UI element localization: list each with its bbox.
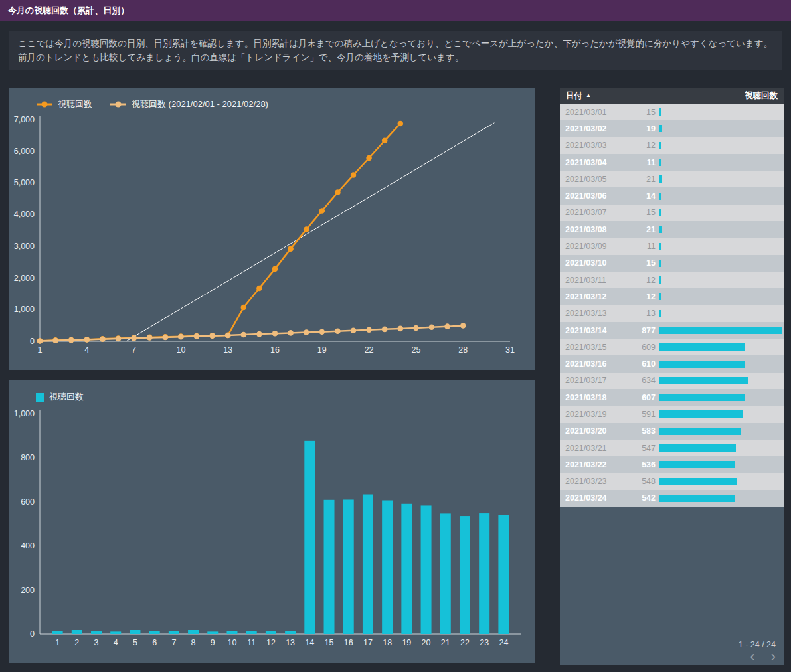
table-row[interactable]: 2021/03/20583 (560, 423, 784, 440)
table-row[interactable]: 2021/03/23548 (560, 473, 784, 490)
row-bar-track (659, 423, 784, 440)
row-value: 609 (626, 343, 656, 352)
bar (72, 630, 82, 634)
bar (149, 631, 160, 634)
row-value: 14 (626, 191, 656, 201)
row-bar (659, 461, 735, 468)
bar (324, 500, 335, 634)
table-row[interactable]: 2021/03/1112 (560, 272, 784, 288)
data-point (366, 155, 372, 161)
x-axis-labels: 1471013161922252831 (38, 345, 515, 355)
table-row[interactable]: 2021/03/1015 (560, 255, 784, 272)
data-point (241, 332, 247, 338)
svg-text:8: 8 (191, 638, 196, 647)
svg-text:7: 7 (171, 638, 176, 647)
table-row[interactable]: 2021/03/0715 (560, 205, 784, 221)
row-bar-track (659, 255, 784, 272)
trendline (126, 123, 495, 341)
table-row[interactable]: 2021/03/1212 (560, 288, 784, 305)
table-body: 2021/03/01152021/03/02192021/03/03122021… (560, 104, 784, 507)
table-row[interactable]: 2021/03/0411 (560, 154, 784, 171)
data-point (382, 138, 388, 144)
data-point (398, 121, 404, 127)
table-row[interactable]: 2021/03/16610 (560, 355, 784, 372)
svg-text:200: 200 (21, 586, 35, 595)
row-bar (659, 478, 737, 485)
data-point (163, 335, 169, 341)
bar (460, 516, 470, 634)
legend-item-current-month[interactable]: 視聴回数 (36, 98, 92, 110)
row-value: 12 (626, 141, 656, 150)
row-bar (659, 175, 662, 183)
row-value: 547 (626, 444, 656, 453)
svg-text:5,000: 5,000 (14, 178, 35, 187)
svg-text:6,000: 6,000 (14, 147, 35, 156)
table-row[interactable]: 2021/03/0312 (560, 137, 784, 154)
svg-text:4: 4 (84, 345, 89, 355)
column-header-views[interactable]: 視聴回数 (745, 90, 778, 102)
row-value: 15 (626, 108, 656, 117)
legend-item-previous-month[interactable]: 視聴回数 (2021/02/01 - 2021/02/28) (110, 98, 268, 110)
sort-ascending-icon: ▲ (586, 92, 591, 98)
row-bar-track (659, 440, 784, 456)
column-header-date[interactable]: 日付 ▲ (566, 90, 591, 102)
table-row[interactable]: 2021/03/0115 (560, 104, 784, 120)
svg-text:13: 13 (286, 638, 295, 647)
svg-text:25: 25 (411, 345, 420, 355)
prev-page-icon[interactable]: ‹ (750, 651, 754, 663)
row-date: 2021/03/15 (565, 343, 626, 352)
svg-text:7: 7 (132, 345, 136, 355)
bar (207, 631, 218, 634)
table-row[interactable]: 2021/03/24542 (560, 490, 784, 507)
row-bar (659, 377, 748, 384)
table-row[interactable]: 2021/03/15609 (560, 339, 784, 355)
series-previous-month (37, 323, 466, 344)
bar (382, 500, 393, 634)
row-bar-track (659, 221, 784, 238)
svg-text:14: 14 (305, 638, 314, 647)
data-point (382, 327, 388, 333)
table-row[interactable]: 2021/03/0219 (560, 120, 784, 137)
row-date: 2021/03/14 (565, 326, 626, 335)
table-row[interactable]: 2021/03/0521 (560, 171, 784, 187)
row-date: 2021/03/20 (565, 426, 626, 436)
legend-item-views[interactable]: 視聴回数 (36, 391, 84, 403)
table-row[interactable]: 2021/03/22536 (560, 456, 784, 473)
next-page-icon[interactable]: › (771, 651, 776, 663)
table-row[interactable]: 2021/03/1313 (560, 305, 784, 322)
page-header: 今月の視聴回数（累計、日別） (0, 0, 791, 21)
data-point (225, 333, 231, 339)
table-row[interactable]: 2021/03/0821 (560, 221, 784, 238)
table-row[interactable]: 2021/03/14877 (560, 322, 784, 339)
table-row[interactable]: 2021/03/0911 (560, 238, 784, 254)
table-row[interactable]: 2021/03/0614 (560, 187, 784, 204)
row-date: 2021/03/19 (565, 410, 626, 419)
row-bar-track (659, 272, 784, 288)
svg-text:11: 11 (247, 638, 256, 647)
svg-text:19: 19 (402, 638, 411, 647)
table-row[interactable]: 2021/03/21547 (560, 440, 784, 456)
table-row[interactable]: 2021/03/17634 (560, 373, 784, 389)
row-value: 11 (626, 242, 656, 251)
table-row[interactable]: 2021/03/18607 (560, 389, 784, 406)
row-bar (659, 243, 661, 250)
data-point (256, 286, 262, 292)
table-row[interactable]: 2021/03/19591 (560, 406, 784, 422)
row-bar (659, 428, 741, 435)
row-bar-track (659, 355, 784, 372)
bar (226, 631, 237, 634)
data-point (272, 266, 278, 272)
svg-text:22: 22 (460, 638, 470, 647)
row-date: 2021/03/08 (565, 225, 626, 234)
svg-text:0: 0 (30, 630, 35, 639)
row-bar-track (659, 406, 784, 422)
row-bar (659, 361, 745, 368)
svg-text:12: 12 (266, 638, 276, 647)
description-line-1: ここでは今月の視聴回数の日別、日別累計を確認します。日別累計は月末までの積み上げ… (18, 37, 773, 50)
row-bar (659, 394, 745, 401)
row-bar-track (659, 490, 784, 507)
legend-label: 視聴回数 (2021/02/01 - 2021/02/28) (132, 98, 268, 110)
data-point (272, 331, 278, 337)
svg-text:21: 21 (441, 638, 450, 647)
column-header-date-label: 日付 (566, 90, 582, 102)
